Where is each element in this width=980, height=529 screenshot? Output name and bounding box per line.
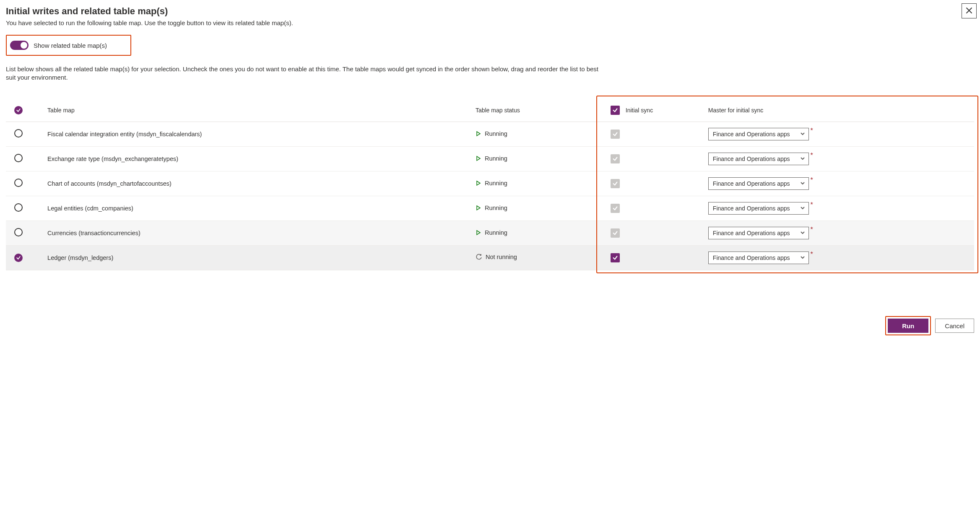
initial-writes-dialog: Initial writes and related table map(s) … xyxy=(0,0,980,344)
row-status-label: Not running xyxy=(486,254,517,260)
dialog-title: Initial writes and related table map(s) xyxy=(6,6,974,17)
row-name: Currencies (transactioncurrencies) xyxy=(43,220,471,245)
table-row[interactable]: Fiscal calendar integration entity (msdy… xyxy=(6,122,974,146)
table-map-table-container: Table map Table map status Initial sync … xyxy=(6,99,974,270)
master-select[interactable]: Finance and Operations apps xyxy=(708,227,809,239)
play-icon xyxy=(476,230,481,236)
table-row[interactable]: Chart of accounts (msdyn_chartofaccounts… xyxy=(6,171,974,196)
run-button-highlight: Run xyxy=(885,316,931,335)
row-name: Legal entities (cdm_companies) xyxy=(43,196,471,220)
row-radio[interactable] xyxy=(14,203,23,212)
row-status: Running xyxy=(476,205,507,211)
play-icon xyxy=(476,180,481,186)
col-header-master: Master for initial sync xyxy=(702,99,974,122)
col-header-initial-sync: Initial sync xyxy=(600,99,702,122)
row-status-label: Running xyxy=(485,229,507,236)
initial-sync-checkbox[interactable] xyxy=(611,253,620,262)
table-row[interactable]: Ledger (msdyn_ledgers)Not runningFinance… xyxy=(6,245,974,270)
chevron-down-icon xyxy=(800,230,805,236)
required-indicator: * xyxy=(811,201,813,209)
master-select-value: Finance and Operations apps xyxy=(713,156,790,162)
master-select-value: Finance and Operations apps xyxy=(713,205,790,212)
master-select-value: Finance and Operations apps xyxy=(713,230,790,236)
row-status: Running xyxy=(476,229,507,236)
row-name: Fiscal calendar integration entity (msdy… xyxy=(43,122,471,146)
required-indicator: * xyxy=(811,127,813,135)
master-select[interactable]: Finance and Operations apps xyxy=(708,252,809,264)
row-name: Exchange rate type (msdyn_exchangeratety… xyxy=(43,146,471,171)
table-map-table: Table map Table map status Initial sync … xyxy=(6,99,974,270)
not-running-icon xyxy=(476,254,482,260)
initial-sync-checkbox xyxy=(611,228,620,238)
row-status: Running xyxy=(476,180,507,187)
dialog-intro: You have selected to run the following t… xyxy=(6,19,974,26)
show-related-toggle[interactable] xyxy=(10,41,29,50)
row-status-label: Running xyxy=(485,155,507,162)
table-row[interactable]: Exchange rate type (msdyn_exchangeratety… xyxy=(6,146,974,171)
row-radio[interactable] xyxy=(14,228,23,236)
row-status: Not running xyxy=(476,254,517,260)
row-status-label: Running xyxy=(485,180,507,187)
master-select[interactable]: Finance and Operations apps xyxy=(708,153,809,165)
close-button[interactable] xyxy=(962,3,977,18)
close-icon xyxy=(966,7,972,15)
select-all-radio[interactable] xyxy=(14,106,23,114)
table-row[interactable]: Legal entities (cdm_companies)RunningFin… xyxy=(6,196,974,220)
table-row[interactable]: Currencies (transactioncurrencies)Runnin… xyxy=(6,220,974,245)
play-icon xyxy=(476,131,481,137)
list-description: List below shows all the related table m… xyxy=(6,65,610,82)
master-select-value: Finance and Operations apps xyxy=(713,180,790,187)
initial-sync-header-label: Initial sync xyxy=(626,107,653,114)
chevron-down-icon xyxy=(800,156,805,162)
row-status-label: Running xyxy=(485,130,507,137)
row-radio[interactable] xyxy=(14,129,23,137)
initial-sync-header-checkbox[interactable] xyxy=(611,106,620,115)
initial-sync-checkbox xyxy=(611,179,620,188)
required-indicator: * xyxy=(811,226,813,233)
chevron-down-icon xyxy=(800,180,805,187)
row-radio[interactable] xyxy=(14,254,23,262)
master-select-value: Finance and Operations apps xyxy=(713,254,790,261)
dialog-footer: Run Cancel xyxy=(885,316,974,335)
required-indicator: * xyxy=(811,152,813,159)
master-select[interactable]: Finance and Operations apps xyxy=(708,177,809,190)
row-status-label: Running xyxy=(485,205,507,211)
row-radio[interactable] xyxy=(14,154,23,162)
row-radio[interactable] xyxy=(14,179,23,187)
master-select[interactable]: Finance and Operations apps xyxy=(708,202,809,215)
initial-sync-checkbox xyxy=(611,204,620,213)
master-select[interactable]: Finance and Operations apps xyxy=(708,128,809,140)
chevron-down-icon xyxy=(800,131,805,137)
cancel-button[interactable]: Cancel xyxy=(935,319,974,333)
row-name: Ledger (msdyn_ledgers) xyxy=(43,245,471,270)
col-header-name: Table map xyxy=(43,99,471,122)
master-select-value: Finance and Operations apps xyxy=(713,131,790,137)
chevron-down-icon xyxy=(800,254,805,261)
play-icon xyxy=(476,205,481,211)
show-related-toggle-container: Show related table map(s) xyxy=(6,35,131,56)
table-header-row: Table map Table map status Initial sync … xyxy=(6,99,974,122)
row-status: Running xyxy=(476,130,507,137)
chevron-down-icon xyxy=(800,205,805,212)
row-name: Chart of accounts (msdyn_chartofaccounts… xyxy=(43,171,471,196)
required-indicator: * xyxy=(811,176,813,184)
required-indicator: * xyxy=(811,251,813,258)
initial-sync-checkbox xyxy=(611,130,620,139)
initial-sync-checkbox xyxy=(611,154,620,163)
col-header-status: Table map status xyxy=(471,99,600,122)
show-related-toggle-label: Show related table map(s) xyxy=(34,42,107,49)
row-status: Running xyxy=(476,155,507,162)
play-icon xyxy=(476,156,481,161)
run-button[interactable]: Run xyxy=(888,319,928,333)
